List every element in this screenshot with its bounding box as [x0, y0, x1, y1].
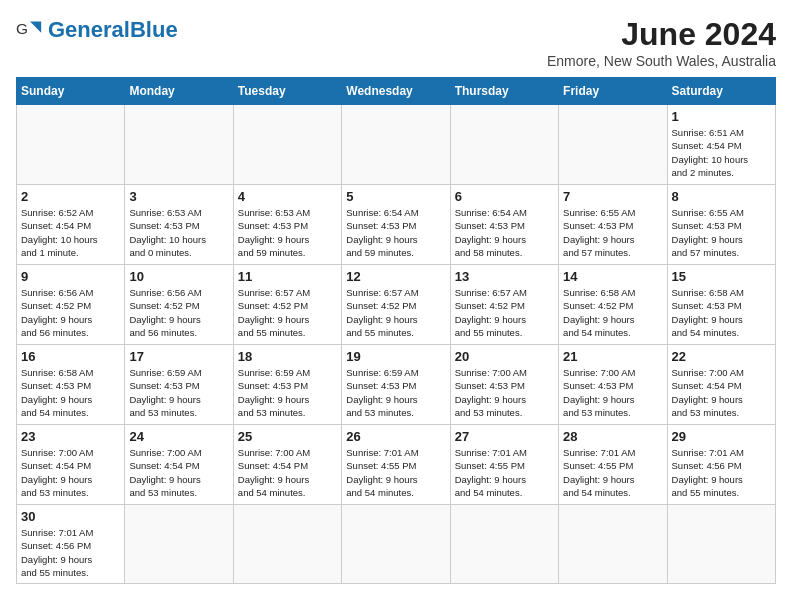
calendar-cell: 1Sunrise: 6:51 AM Sunset: 4:54 PM Daylig…: [667, 105, 775, 185]
calendar-cell: 11Sunrise: 6:57 AM Sunset: 4:52 PM Dayli…: [233, 265, 341, 345]
cell-daylight-info: Sunrise: 7:01 AM Sunset: 4:56 PM Dayligh…: [21, 526, 120, 579]
calendar-cell: 21Sunrise: 7:00 AM Sunset: 4:53 PM Dayli…: [559, 345, 667, 425]
date-number: 24: [129, 429, 228, 444]
calendar-cell: 30Sunrise: 7:01 AM Sunset: 4:56 PM Dayli…: [17, 505, 125, 584]
date-number: 13: [455, 269, 554, 284]
date-number: 25: [238, 429, 337, 444]
logo-icon: G: [16, 16, 44, 44]
calendar-cell: 5Sunrise: 6:54 AM Sunset: 4:53 PM Daylig…: [342, 185, 450, 265]
calendar-cell: 8Sunrise: 6:55 AM Sunset: 4:53 PM Daylig…: [667, 185, 775, 265]
date-number: 21: [563, 349, 662, 364]
calendar-cell: 7Sunrise: 6:55 AM Sunset: 4:53 PM Daylig…: [559, 185, 667, 265]
calendar-cell: [17, 105, 125, 185]
date-number: 16: [21, 349, 120, 364]
calendar-cell: [125, 105, 233, 185]
cell-daylight-info: Sunrise: 7:00 AM Sunset: 4:54 PM Dayligh…: [129, 446, 228, 499]
col-friday: Friday: [559, 78, 667, 105]
calendar-cell: 25Sunrise: 7:00 AM Sunset: 4:54 PM Dayli…: [233, 425, 341, 505]
calendar-cell: [342, 105, 450, 185]
date-number: 27: [455, 429, 554, 444]
cell-daylight-info: Sunrise: 6:58 AM Sunset: 4:53 PM Dayligh…: [21, 366, 120, 419]
calendar-cell: [342, 505, 450, 584]
col-thursday: Thursday: [450, 78, 558, 105]
cell-daylight-info: Sunrise: 6:54 AM Sunset: 4:53 PM Dayligh…: [455, 206, 554, 259]
calendar-cell: 18Sunrise: 6:59 AM Sunset: 4:53 PM Dayli…: [233, 345, 341, 425]
calendar-cell: [233, 505, 341, 584]
col-tuesday: Tuesday: [233, 78, 341, 105]
date-number: 29: [672, 429, 771, 444]
calendar-cell: [125, 505, 233, 584]
logo-general: General: [48, 17, 130, 42]
cell-daylight-info: Sunrise: 7:01 AM Sunset: 4:55 PM Dayligh…: [563, 446, 662, 499]
logo: G GeneralBlue: [16, 16, 178, 44]
date-number: 4: [238, 189, 337, 204]
date-number: 15: [672, 269, 771, 284]
calendar-cell: 22Sunrise: 7:00 AM Sunset: 4:54 PM Dayli…: [667, 345, 775, 425]
col-wednesday: Wednesday: [342, 78, 450, 105]
location-subtitle: Enmore, New South Wales, Australia: [547, 53, 776, 69]
cell-daylight-info: Sunrise: 6:54 AM Sunset: 4:53 PM Dayligh…: [346, 206, 445, 259]
calendar-week-row: 16Sunrise: 6:58 AM Sunset: 4:53 PM Dayli…: [17, 345, 776, 425]
cell-daylight-info: Sunrise: 6:53 AM Sunset: 4:53 PM Dayligh…: [238, 206, 337, 259]
calendar-cell: 4Sunrise: 6:53 AM Sunset: 4:53 PM Daylig…: [233, 185, 341, 265]
month-title: June 2024: [547, 16, 776, 53]
date-number: 5: [346, 189, 445, 204]
date-number: 22: [672, 349, 771, 364]
date-number: 18: [238, 349, 337, 364]
calendar-cell: 26Sunrise: 7:01 AM Sunset: 4:55 PM Dayli…: [342, 425, 450, 505]
logo-text: GeneralBlue: [48, 17, 178, 42]
calendar-week-row: 1Sunrise: 6:51 AM Sunset: 4:54 PM Daylig…: [17, 105, 776, 185]
date-number: 14: [563, 269, 662, 284]
calendar-cell: 16Sunrise: 6:58 AM Sunset: 4:53 PM Dayli…: [17, 345, 125, 425]
calendar-cell: 17Sunrise: 6:59 AM Sunset: 4:53 PM Dayli…: [125, 345, 233, 425]
cell-daylight-info: Sunrise: 6:52 AM Sunset: 4:54 PM Dayligh…: [21, 206, 120, 259]
calendar-cell: 29Sunrise: 7:01 AM Sunset: 4:56 PM Dayli…: [667, 425, 775, 505]
calendar-cell: 6Sunrise: 6:54 AM Sunset: 4:53 PM Daylig…: [450, 185, 558, 265]
date-number: 12: [346, 269, 445, 284]
date-number: 17: [129, 349, 228, 364]
calendar-cell: [233, 105, 341, 185]
calendar-cell: [559, 505, 667, 584]
cell-daylight-info: Sunrise: 7:01 AM Sunset: 4:55 PM Dayligh…: [455, 446, 554, 499]
svg-text:G: G: [16, 20, 28, 37]
calendar-cell: 15Sunrise: 6:58 AM Sunset: 4:53 PM Dayli…: [667, 265, 775, 345]
cell-daylight-info: Sunrise: 7:00 AM Sunset: 4:54 PM Dayligh…: [238, 446, 337, 499]
cell-daylight-info: Sunrise: 6:59 AM Sunset: 4:53 PM Dayligh…: [238, 366, 337, 419]
calendar-week-row: 2Sunrise: 6:52 AM Sunset: 4:54 PM Daylig…: [17, 185, 776, 265]
cell-daylight-info: Sunrise: 6:55 AM Sunset: 4:53 PM Dayligh…: [672, 206, 771, 259]
calendar-cell: 12Sunrise: 6:57 AM Sunset: 4:52 PM Dayli…: [342, 265, 450, 345]
date-number: 6: [455, 189, 554, 204]
calendar-cell: 2Sunrise: 6:52 AM Sunset: 4:54 PM Daylig…: [17, 185, 125, 265]
calendar-cell: 19Sunrise: 6:59 AM Sunset: 4:53 PM Dayli…: [342, 345, 450, 425]
cell-daylight-info: Sunrise: 6:53 AM Sunset: 4:53 PM Dayligh…: [129, 206, 228, 259]
cell-daylight-info: Sunrise: 6:58 AM Sunset: 4:53 PM Dayligh…: [672, 286, 771, 339]
cell-daylight-info: Sunrise: 7:01 AM Sunset: 4:55 PM Dayligh…: [346, 446, 445, 499]
cell-daylight-info: Sunrise: 6:57 AM Sunset: 4:52 PM Dayligh…: [346, 286, 445, 339]
calendar-cell: 14Sunrise: 6:58 AM Sunset: 4:52 PM Dayli…: [559, 265, 667, 345]
cell-daylight-info: Sunrise: 7:00 AM Sunset: 4:53 PM Dayligh…: [455, 366, 554, 419]
title-area: June 2024 Enmore, New South Wales, Austr…: [547, 16, 776, 69]
cell-daylight-info: Sunrise: 6:57 AM Sunset: 4:52 PM Dayligh…: [238, 286, 337, 339]
cell-daylight-info: Sunrise: 6:59 AM Sunset: 4:53 PM Dayligh…: [129, 366, 228, 419]
calendar-cell: [559, 105, 667, 185]
date-number: 10: [129, 269, 228, 284]
cell-daylight-info: Sunrise: 6:55 AM Sunset: 4:53 PM Dayligh…: [563, 206, 662, 259]
logo-blue: Blue: [130, 17, 178, 42]
calendar-cell: 24Sunrise: 7:00 AM Sunset: 4:54 PM Dayli…: [125, 425, 233, 505]
calendar-cell: [667, 505, 775, 584]
date-number: 20: [455, 349, 554, 364]
date-number: 11: [238, 269, 337, 284]
calendar-cell: 20Sunrise: 7:00 AM Sunset: 4:53 PM Dayli…: [450, 345, 558, 425]
cell-daylight-info: Sunrise: 7:00 AM Sunset: 4:54 PM Dayligh…: [21, 446, 120, 499]
date-number: 26: [346, 429, 445, 444]
cell-daylight-info: Sunrise: 6:59 AM Sunset: 4:53 PM Dayligh…: [346, 366, 445, 419]
date-number: 30: [21, 509, 120, 524]
date-number: 19: [346, 349, 445, 364]
date-number: 8: [672, 189, 771, 204]
page-header: G GeneralBlue June 2024 Enmore, New Sout…: [16, 16, 776, 69]
calendar-header-row: Sunday Monday Tuesday Wednesday Thursday…: [17, 78, 776, 105]
cell-daylight-info: Sunrise: 6:58 AM Sunset: 4:52 PM Dayligh…: [563, 286, 662, 339]
calendar-week-row: 23Sunrise: 7:00 AM Sunset: 4:54 PM Dayli…: [17, 425, 776, 505]
cell-daylight-info: Sunrise: 6:57 AM Sunset: 4:52 PM Dayligh…: [455, 286, 554, 339]
col-saturday: Saturday: [667, 78, 775, 105]
